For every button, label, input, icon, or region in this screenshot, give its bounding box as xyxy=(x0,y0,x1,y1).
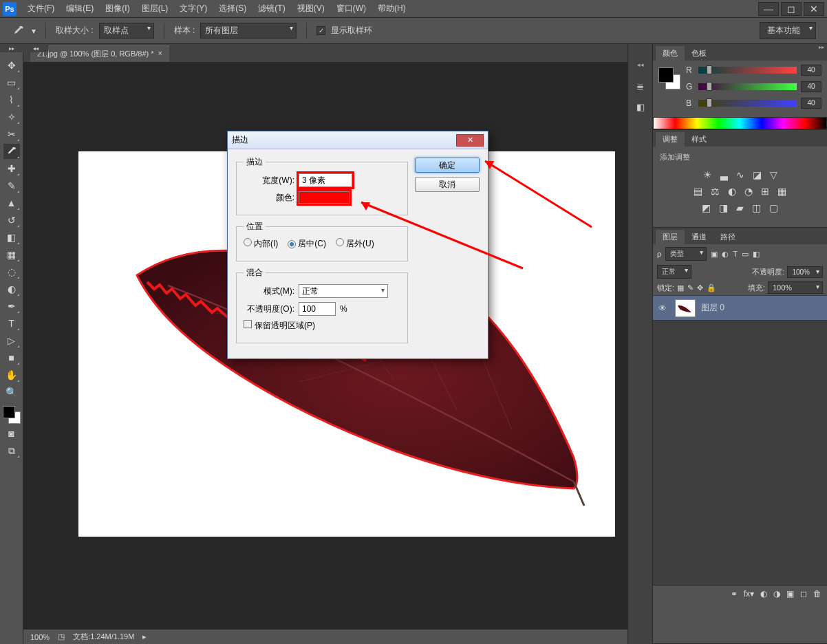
channel-slider[interactable] xyxy=(698,67,797,74)
menu-item[interactable]: 文字(Y) xyxy=(175,1,211,16)
adj-mixer-icon[interactable]: ⊞ xyxy=(761,186,769,197)
tab-paths[interactable]: 路径 xyxy=(713,230,742,244)
menu-item[interactable]: 图像(I) xyxy=(101,1,133,16)
quickmask-tool[interactable]: ◙ xyxy=(3,426,20,441)
marquee-tool[interactable]: ▭ xyxy=(3,75,20,90)
menu-item[interactable]: 选择(S) xyxy=(215,1,250,16)
ok-button[interactable]: 确定 xyxy=(415,158,480,173)
filter-type-icon[interactable]: T xyxy=(733,250,738,258)
adj-threshold-icon[interactable]: ▰ xyxy=(736,202,744,213)
lock-brush-icon[interactable]: ✎ xyxy=(687,283,694,292)
crop-tool[interactable]: ✂ xyxy=(3,127,20,142)
gradient-tool[interactable]: ▦ xyxy=(3,247,20,262)
shape-tool[interactable]: ■ xyxy=(3,350,20,365)
layer-thumbnail[interactable] xyxy=(675,299,696,317)
pos-center-radio[interactable]: 居中(C) xyxy=(288,238,326,250)
adj-hue-icon[interactable]: ▤ xyxy=(694,186,702,197)
opacity-dropdown[interactable]: 100% xyxy=(787,266,823,278)
tab-color[interactable]: 颜色 xyxy=(656,46,685,61)
lock-pixels-icon[interactable]: ▦ xyxy=(677,283,684,292)
cancel-button[interactable]: 取消 xyxy=(415,177,480,192)
tab-layers[interactable]: 图层 xyxy=(656,230,685,244)
menu-item[interactable]: 文件(F) xyxy=(23,1,58,16)
doc-info-icon[interactable]: ◳ xyxy=(58,632,65,641)
new-layer-icon[interactable]: ◻ xyxy=(800,589,807,599)
menu-item[interactable]: 视图(V) xyxy=(293,1,329,16)
tab-adjustments[interactable]: 调整 xyxy=(656,132,685,147)
dialog-titlebar[interactable]: 描边 ✕ xyxy=(228,131,488,149)
channel-value[interactable]: 40 xyxy=(801,81,821,92)
link-layers-icon[interactable]: ⚭ xyxy=(731,589,738,599)
menu-item[interactable]: 帮助(H) xyxy=(374,1,410,16)
filter-adjust-icon[interactable]: ◐ xyxy=(722,250,729,259)
adj-selective-icon[interactable]: ▢ xyxy=(769,202,778,213)
filter-image-icon[interactable]: ▣ xyxy=(711,250,718,259)
healing-tool[interactable]: ✚ xyxy=(3,161,20,176)
zoom-level[interactable]: 100% xyxy=(30,633,50,641)
menu-item[interactable]: 编辑(E) xyxy=(62,1,98,16)
adj-photo-icon[interactable]: ◔ xyxy=(744,186,753,197)
adj-poster-icon[interactable]: ◨ xyxy=(719,202,728,213)
document-tab[interactable]: 21.jpg @ 100% (图层 0, RGB/8#) * × xyxy=(30,45,169,62)
lock-position-icon[interactable]: ✥ xyxy=(697,283,703,292)
tab-styles[interactable]: 样式 xyxy=(685,132,713,147)
layer-name[interactable]: 图层 0 xyxy=(701,302,724,314)
dodge-tool[interactable]: ◐ xyxy=(3,281,20,297)
sample-dropdown[interactable]: 所有图层 xyxy=(200,23,297,39)
visibility-icon[interactable]: 👁 xyxy=(658,303,669,313)
adjustment-layer-icon[interactable]: ◑ xyxy=(773,589,780,599)
adj-bw-icon[interactable]: ◐ xyxy=(728,186,736,197)
sample-size-dropdown[interactable]: 取样点 xyxy=(99,23,154,39)
width-input[interactable]: 3 像素 xyxy=(299,173,352,187)
adj-exposure-icon[interactable]: ◪ xyxy=(753,169,762,180)
menu-item[interactable]: 窗口(W) xyxy=(332,1,370,16)
history-brush-tool[interactable]: ↺ xyxy=(3,213,20,228)
channel-slider[interactable] xyxy=(698,83,797,90)
eyedropper-tool[interactable] xyxy=(3,144,20,159)
layer-row[interactable]: 👁 图层 0 xyxy=(653,296,827,321)
lasso-tool[interactable]: ⌇ xyxy=(3,92,20,107)
fill-dropdown[interactable]: 100% xyxy=(768,281,823,294)
adj-balance-icon[interactable]: ⚖ xyxy=(711,186,720,197)
lock-all-icon[interactable]: 🔒 xyxy=(707,283,716,292)
move-tool[interactable]: ✥ xyxy=(3,58,20,73)
color-ramp[interactable] xyxy=(653,117,827,129)
layer-fx-icon[interactable]: fx▾ xyxy=(744,589,754,599)
close-button[interactable]: ✕ xyxy=(804,2,824,16)
dialog-close-button[interactable]: ✕ xyxy=(456,134,484,147)
workspace-switcher[interactable]: 基本功能 xyxy=(760,22,816,39)
blend-mode-dropdown[interactable]: 正常 xyxy=(657,265,691,279)
menu-item[interactable]: 滤镜(T) xyxy=(254,1,289,16)
color-swatches[interactable] xyxy=(3,406,21,424)
panel-fg-swatch[interactable] xyxy=(658,67,674,83)
screenmode-tool[interactable]: ⧉ xyxy=(3,443,20,458)
pen-tool[interactable]: ✒ xyxy=(3,299,20,314)
adj-brightness-icon[interactable]: ☀ xyxy=(703,169,712,180)
panel-collapse[interactable]: ▸▸ xyxy=(819,44,824,50)
channel-value[interactable]: 40 xyxy=(801,65,821,76)
filter-smart-icon[interactable]: ◧ xyxy=(753,250,760,259)
preserve-checkbox[interactable]: 保留透明区域(P) xyxy=(244,320,315,332)
adj-lookup-icon[interactable]: ▦ xyxy=(777,186,786,197)
path-select-tool[interactable]: ▷ xyxy=(3,333,20,348)
tabs-collapse[interactable]: ◂◂ xyxy=(23,44,48,52)
show-ring-checkbox[interactable]: ✓ xyxy=(316,26,325,35)
magic-wand-tool[interactable]: ✧ xyxy=(3,109,20,125)
menu-item[interactable]: 图层(L) xyxy=(138,1,173,16)
close-tab-icon[interactable]: × xyxy=(158,49,162,59)
blur-tool[interactable]: ◌ xyxy=(3,264,20,279)
tab-channels[interactable]: 通道 xyxy=(685,230,713,244)
properties-panel-icon[interactable]: ◧ xyxy=(633,99,648,114)
history-panel-icon[interactable]: ≣ xyxy=(633,78,648,94)
delete-layer-icon[interactable]: 🗑 xyxy=(813,589,821,599)
eraser-tool[interactable]: ◧ xyxy=(3,230,20,245)
pos-outside-radio[interactable]: 居外(U) xyxy=(336,238,374,250)
right-collapse-toggle[interactable]: ◂◂ xyxy=(637,61,644,69)
maximize-button[interactable]: ◻ xyxy=(781,2,802,16)
toolbar-collapse[interactable]: ▸▸ xyxy=(0,44,23,52)
dialog-opacity-input[interactable]: 100 xyxy=(299,302,336,316)
fg-color-swatch[interactable] xyxy=(3,406,15,418)
pos-inside-radio[interactable]: 内部(I) xyxy=(244,238,278,250)
color-chip[interactable] xyxy=(299,191,350,204)
layer-mask-icon[interactable]: ◐ xyxy=(760,589,767,599)
